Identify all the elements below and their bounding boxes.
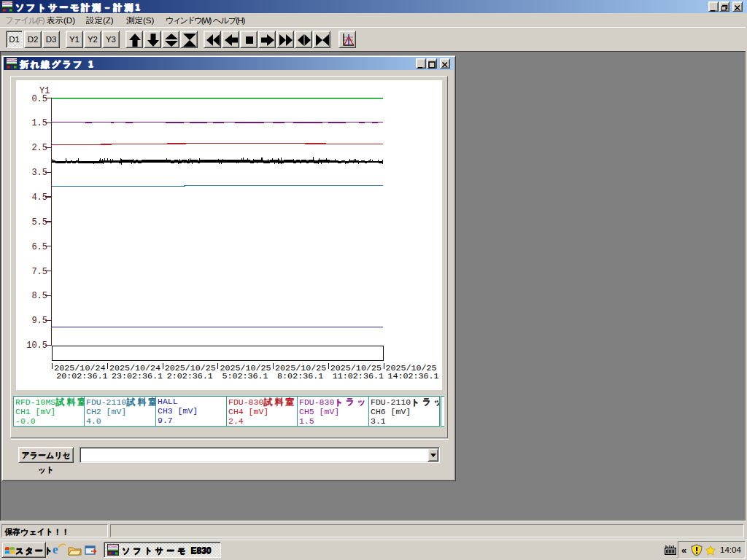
svg-text:7.5: 7.5 (31, 267, 47, 277)
svg-text:23:02:36.1: 23:02:36.1 (112, 371, 163, 381)
svg-text:5:02:36.1: 5:02:36.1 (222, 371, 268, 381)
svg-text:5.5: 5.5 (31, 217, 47, 228)
svg-text:4.5: 4.5 (31, 192, 47, 203)
svg-text:9.5: 9.5 (31, 316, 47, 326)
svg-text:14:02:36.1: 14:02:36.1 (388, 371, 439, 381)
svg-text:10.5: 10.5 (26, 341, 47, 351)
svg-text:6.5: 6.5 (31, 242, 47, 252)
svg-text:11:02:36.1: 11:02:36.1 (333, 371, 384, 381)
svg-text:8.5: 8.5 (31, 291, 47, 301)
svg-text:2:02:36.1: 2:02:36.1 (167, 371, 213, 381)
svg-text:2.5: 2.5 (31, 143, 47, 153)
svg-text:1.5: 1.5 (31, 118, 47, 128)
svg-text:3.5: 3.5 (31, 168, 47, 178)
svg-text:20:02:36.1: 20:02:36.1 (56, 371, 107, 381)
svg-text:8:02:36.1: 8:02:36.1 (277, 371, 323, 381)
svg-text:0.5: 0.5 (31, 94, 47, 104)
